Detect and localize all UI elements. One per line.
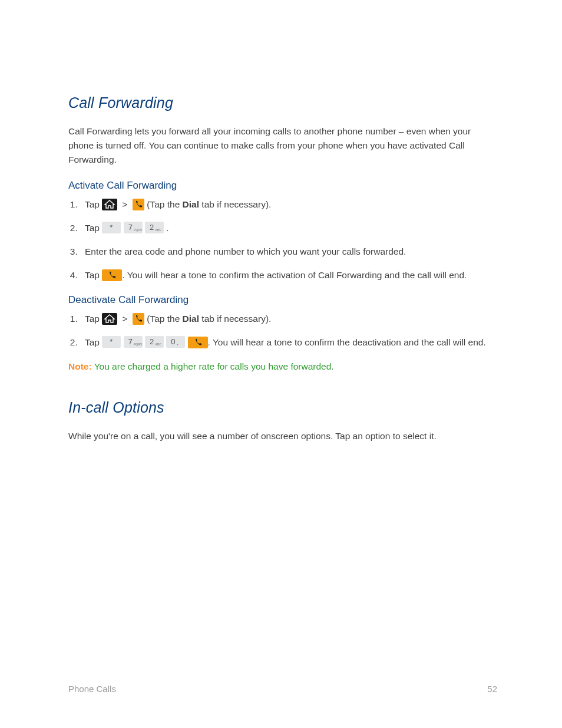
phone-icon (133, 313, 144, 325)
key-glyph: 0 (171, 336, 175, 348)
deactivate-steps: Tap > (Tap the Dial tab if necessary). T… (68, 312, 497, 350)
key-7: 7PQRS (124, 222, 143, 233)
key-glyph: 2 (150, 336, 154, 348)
text: . You will hear a tone to confirm the ac… (122, 270, 467, 280)
activate-step-4: Tap . You will hear a tone to confirm th… (80, 268, 497, 282)
activate-step-1: Tap > (Tap the Dial tab if necessary). (80, 197, 497, 212)
footer-section: Phone Calls (68, 684, 116, 694)
footer-page-number: 52 (487, 684, 497, 694)
text: tab if necessary). (199, 314, 271, 324)
activate-step-3: Enter the area code and phone number to … (80, 245, 497, 259)
key-glyph: 2 (150, 222, 154, 233)
home-icon (102, 199, 117, 210)
key-star: * (102, 222, 121, 233)
heading-in-call-options: In-call Options (68, 399, 497, 416)
call-button-icon (102, 269, 122, 281)
key-sup: PQRS (134, 338, 142, 350)
text: Tap (85, 314, 102, 324)
intro-in-call-options: While you're on a call, you will see a n… (68, 429, 497, 443)
key-7: 7PQRS (124, 336, 143, 348)
heading-call-forwarding: Call Forwarding (68, 94, 497, 111)
text: (Tap the (144, 314, 183, 324)
key-star: * (102, 336, 121, 348)
page-footer: Phone Calls 52 (68, 684, 497, 694)
text-bold: Dial (183, 199, 199, 209)
phone-icon (133, 199, 144, 210)
key-sup: ABC (156, 224, 161, 236)
deactivate-step-2: Tap * 7PQRS 2ABC 0+ . You will hear a to… (80, 335, 497, 350)
text: > (120, 199, 130, 209)
text: . (164, 223, 169, 233)
intro-call-forwarding: Call Forwarding lets you forward all you… (68, 124, 497, 167)
note: Note: You are charged a higher rate for … (68, 361, 497, 372)
key-sup: PQRS (134, 224, 142, 236)
text: Tap (85, 337, 102, 347)
text: . You will hear a tone to confirm the de… (208, 337, 486, 347)
note-label: Note: (68, 361, 92, 371)
subheading-deactivate: Deactivate Call Forwarding (68, 294, 497, 306)
text: Tap (85, 223, 102, 233)
key-0: 0+ (166, 336, 185, 348)
deactivate-step-1: Tap > (Tap the Dial tab if necessary). (80, 312, 497, 326)
text: Tap (85, 270, 102, 280)
activate-step-2: Tap * 7PQRS 2ABC . (80, 221, 497, 235)
page: Call Forwarding Call Forwarding lets you… (0, 0, 562, 728)
text: tab if necessary). (199, 199, 271, 209)
text: > (120, 314, 130, 324)
key-glyph: * (110, 336, 113, 348)
call-button-icon (188, 337, 208, 348)
text-bold: Dial (183, 314, 199, 324)
text: (Tap the (144, 199, 183, 209)
key-glyph: 7 (128, 336, 133, 348)
key-2: 2ABC (145, 222, 164, 233)
home-icon (102, 313, 117, 325)
key-glyph: 7 (128, 222, 133, 233)
text: Tap (85, 199, 102, 209)
key-sup: ABC (156, 338, 161, 350)
key-sup: + (177, 338, 178, 350)
key-2: 2ABC (145, 336, 164, 348)
key-glyph: * (110, 222, 113, 233)
subheading-activate: Activate Call Forwarding (68, 180, 497, 192)
note-text: You are charged a higher rate for calls … (92, 361, 334, 371)
activate-steps: Tap > (Tap the Dial tab if necessary). T… (68, 197, 497, 282)
